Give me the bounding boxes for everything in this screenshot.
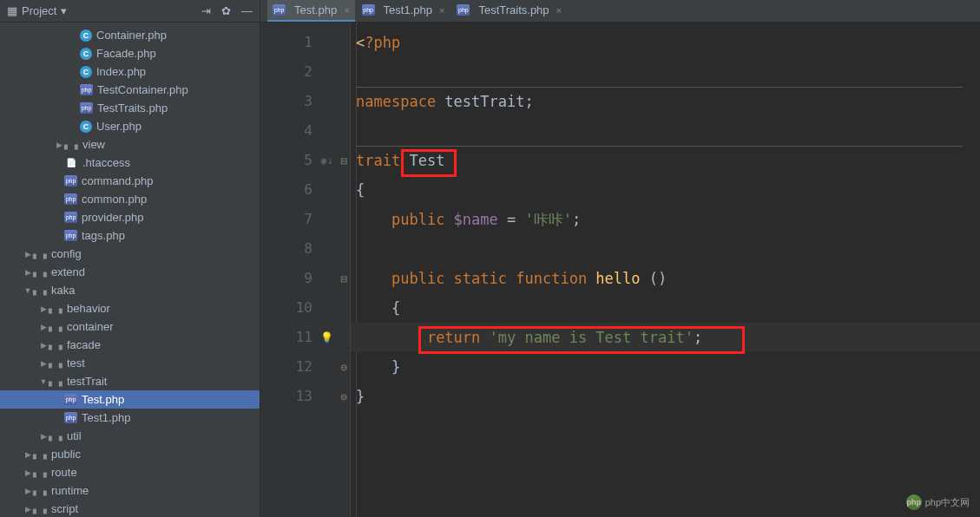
code-content[interactable]: <?phpnamespace testTrait;trait Test{ pub…	[351, 23, 980, 517]
tree-arrow-icon[interactable]: ▶	[38, 304, 49, 313]
tree-item[interactable]: phpcommand.php	[0, 172, 260, 190]
code-line[interactable]: {	[351, 293, 980, 323]
line-number: 11💡	[260, 323, 337, 352]
tree-arrow-icon[interactable]: ▼	[23, 286, 33, 295]
fold-marker[interactable]: ⊟	[337, 264, 350, 293]
code-line[interactable]: trait Test	[351, 146, 980, 175]
tree-arrow-icon[interactable]: ▶	[38, 341, 49, 350]
tree-item-label: tags.php	[82, 229, 125, 242]
code-line[interactable]	[351, 57, 980, 87]
close-tab-icon[interactable]: ×	[439, 5, 444, 16]
tree-item[interactable]: phpcommon.php	[0, 190, 260, 208]
code-line[interactable]	[351, 234, 980, 264]
code-line[interactable]	[351, 116, 980, 146]
tree-arrow-icon[interactable]: ▶	[38, 359, 49, 368]
fold-marker	[337, 205, 350, 234]
tree-item[interactable]: CFacade.php	[0, 44, 260, 62]
code-line[interactable]: public $name = '咔咔';	[351, 205, 980, 234]
folder-icon: ▖▗	[49, 429, 62, 443]
fold-marker[interactable]: ⊖	[337, 382, 350, 411]
gutter-badge-icon[interactable]: ◉↓	[321, 146, 333, 175]
editor-tab[interactable]: phpTestTraits.php×	[451, 0, 567, 22]
tree-item[interactable]: ▼▖▗testTrait	[0, 372, 260, 390]
tree-item[interactable]: CIndex.php	[0, 62, 260, 81]
collapse-all-icon[interactable]: ⇥	[201, 4, 211, 17]
fold-marker	[337, 28, 350, 57]
line-number: 9	[260, 264, 337, 293]
code-line[interactable]: namespace testTrait;	[351, 87, 980, 116]
tree-item[interactable]: phpTestTraits.php	[0, 99, 260, 117]
tree-item-label: util	[67, 429, 82, 442]
code-line[interactable]: {	[351, 175, 980, 205]
file-icon: 📄	[64, 156, 78, 170]
php-file-icon: php	[362, 4, 375, 16]
editor-tab[interactable]: phpTest.php×	[267, 0, 355, 22]
tree-item-label: common.php	[82, 193, 147, 206]
php-file-icon: php	[80, 84, 93, 95]
tree-item[interactable]: ▶▖▗util	[0, 427, 260, 445]
tree-item[interactable]: 📄.htaccess	[0, 154, 260, 172]
code-line[interactable]: public static function hello ()	[351, 264, 980, 293]
fold-marker[interactable]: ⊟	[337, 146, 350, 175]
tree-arrow-icon[interactable]: ▶	[38, 432, 49, 441]
close-tab-icon[interactable]: ×	[344, 5, 349, 16]
tree-arrow-icon[interactable]: ▼	[38, 377, 49, 386]
tree-item[interactable]: ▶▖▗route	[0, 463, 260, 481]
settings-icon[interactable]: ✿	[221, 4, 231, 17]
php-file-icon: php	[64, 394, 77, 405]
line-number: 4	[260, 116, 337, 146]
tree-item[interactable]: ▼▖▗kaka	[0, 281, 260, 299]
gutter-badge-icon[interactable]: 💡	[320, 323, 333, 352]
tree-item[interactable]: ▶▖▗view	[0, 135, 260, 154]
tree-item[interactable]: CUser.php	[0, 117, 260, 135]
tree-item[interactable]: phpprovider.php	[0, 208, 260, 226]
tree-item-label: provider.php	[82, 211, 144, 224]
tree-arrow-icon[interactable]: ▶	[23, 487, 33, 495]
tree-item-label: TestTraits.php	[97, 101, 168, 115]
tree-item-label: view	[82, 138, 105, 151]
tree-arrow-icon[interactable]: ▶	[23, 268, 33, 277]
tree-item[interactable]: ▶▖▗extend	[0, 263, 260, 281]
tree-arrow-icon[interactable]: ▶	[23, 250, 33, 258]
code-line[interactable]: return 'my name is Test trait';	[351, 323, 980, 352]
tree-item[interactable]: phpTestContainer.php	[0, 81, 260, 99]
tree-arrow-icon[interactable]: ▶	[23, 505, 33, 514]
code-line[interactable]: }	[351, 382, 980, 411]
tree-arrow-icon[interactable]: ▶	[23, 468, 33, 477]
fold-marker[interactable]: ⊖	[337, 352, 350, 382]
editor-tab[interactable]: phpTest1.php×	[357, 0, 451, 22]
tree-item-label: Facade.php	[96, 47, 156, 60]
tree-item[interactable]: ▶▖▗public	[0, 445, 260, 463]
php-file-icon: php	[64, 175, 77, 187]
tree-item[interactable]: ▶▖▗config	[0, 245, 260, 263]
tree-arrow-icon[interactable]: ▶	[38, 323, 49, 331]
tree-item-label: runtime	[51, 484, 89, 497]
dropdown-icon[interactable]: ▾	[61, 4, 67, 17]
close-tab-icon[interactable]: ×	[556, 5, 562, 16]
tree-arrow-icon[interactable]: ▶	[23, 450, 33, 459]
fold-column[interactable]: ⊟⊟⊖⊖	[337, 23, 351, 517]
php-class-icon: C	[80, 29, 92, 42]
code-editor[interactable]: 12345◉↓67891011💡1213 ⊟⊟⊖⊖ <?phpnamespace…	[260, 23, 980, 517]
project-tree[interactable]: CContainer.phpCFacade.phpCIndex.phpphpTe…	[0, 23, 260, 517]
project-icon: ▦	[7, 4, 17, 17]
tree-item[interactable]: phpTest.php	[0, 390, 260, 409]
code-line[interactable]: }	[351, 352, 980, 382]
folder-icon: ▖▗	[33, 448, 47, 461]
hide-panel-icon[interactable]: —	[241, 4, 253, 17]
tree-item[interactable]: ▶▖▗facade	[0, 336, 260, 354]
php-file-icon: php	[80, 102, 93, 114]
tree-item[interactable]: ▶▖▗container	[0, 317, 260, 336]
tree-item[interactable]: ▶▖▗behavior	[0, 299, 260, 317]
code-line[interactable]: <?php	[351, 28, 980, 57]
tree-item[interactable]: phpTest1.php	[0, 409, 260, 427]
tree-item-label: facade	[67, 338, 101, 351]
tree-item[interactable]: ▶▖▗runtime	[0, 481, 260, 500]
folder-icon: ▖▗	[33, 502, 47, 516]
project-panel-header[interactable]: ▦ Project ▾ ⇥ ✿ —	[0, 0, 260, 22]
tree-arrow-icon[interactable]: ▶	[54, 141, 64, 149]
tree-item[interactable]: phptags.php	[0, 226, 260, 245]
tree-item[interactable]: ▶▖▗script	[0, 500, 260, 517]
tree-item[interactable]: ▶▖▗test	[0, 354, 260, 372]
tree-item[interactable]: CContainer.php	[0, 26, 260, 44]
